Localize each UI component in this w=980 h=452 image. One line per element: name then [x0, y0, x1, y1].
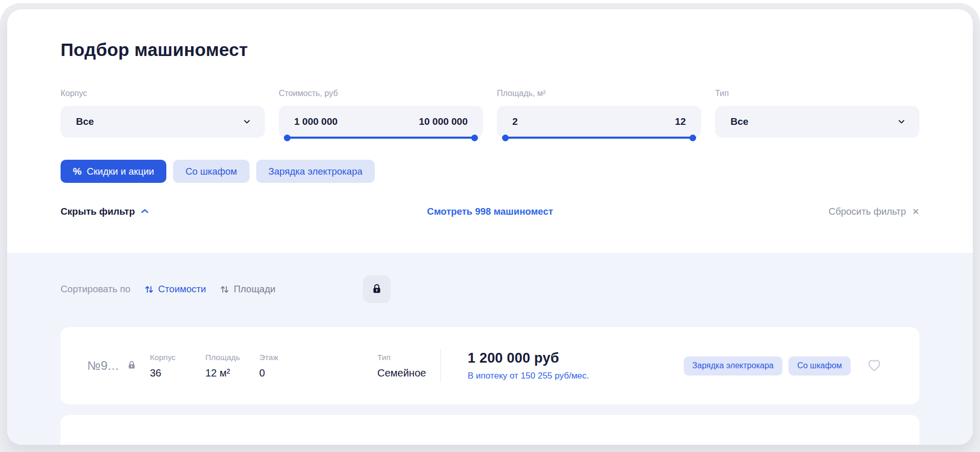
sort-arrows-icon: [220, 285, 229, 294]
spec-type-value: Семейное: [377, 367, 440, 379]
sort-by-price[interactable]: Стоимости: [144, 284, 206, 295]
show-results-link[interactable]: Смотреть 998 машиномест: [427, 206, 553, 217]
reset-filter-label: Сбросить фильтр: [829, 206, 906, 217]
area-min-value[interactable]: 2: [512, 116, 518, 127]
spec-type-label: Тип: [377, 353, 440, 362]
spec-type: Тип Семейное: [377, 353, 440, 379]
area-max-value[interactable]: 12: [675, 116, 686, 127]
area-slider-handle-min[interactable]: [502, 135, 509, 141]
listing-tags: Зарядка электрокара Со шкафом: [684, 356, 851, 375]
lock-icon: [127, 360, 137, 372]
korpus-select-value: Все: [76, 116, 94, 127]
listing-card[interactable]: №9... Корпус 36: [61, 327, 919, 404]
chip-with-cabinet[interactable]: Со шкафом: [173, 160, 249, 183]
type-select[interactable]: Все: [715, 106, 919, 138]
favorite-button[interactable]: [867, 357, 882, 374]
tag-ev-charging: Зарядка электрокара: [684, 356, 782, 375]
results-section: Сортировать по Стоимости Площади: [7, 253, 973, 445]
filter-area: Площадь, м² 2 12: [497, 88, 701, 138]
spec-korpus: Корпус 36: [150, 353, 205, 379]
chevron-down-icon: [897, 117, 906, 126]
spec-floor-value: 0: [259, 367, 317, 379]
filter-korpus: Корпус Все: [61, 88, 265, 138]
chevron-up-icon: [141, 207, 149, 216]
filter-actions-row: Скрыть фильтр Смотреть 998 машиномест Сб…: [61, 204, 919, 219]
spec-floor-label: Этаж: [259, 353, 317, 362]
filters-row: Корпус Все Стоимость, руб 1 000 000 10 0…: [61, 88, 919, 138]
filter-type: Тип Все: [715, 88, 919, 138]
percent-icon: %: [73, 166, 82, 177]
sort-by-area[interactable]: Площади: [220, 284, 275, 295]
spec-area-label: Площадь: [205, 353, 259, 362]
price-max-value[interactable]: 10 000 000: [419, 116, 468, 127]
spec-floor: Этаж 0: [259, 353, 317, 379]
listing-number-block: №9...: [87, 359, 150, 373]
price-label: Стоимость, руб: [279, 88, 483, 98]
tag-with-cabinet: Со шкафом: [789, 356, 851, 375]
sort-arrows-icon: [144, 285, 154, 294]
chevron-down-icon: [242, 117, 252, 126]
main-panel: Подбор машиномест Корпус Все Стоимость, …: [7, 9, 973, 445]
listing-price: 1 200 000 руб: [468, 350, 589, 366]
sort-row: Сортировать по Стоимости Площади: [61, 275, 919, 303]
sort-by-price-label: Стоимости: [158, 284, 206, 295]
page-background: Подбор машиномест Корпус Все Стоимость, …: [0, 3, 980, 452]
spec-area-value: 12 м²: [205, 367, 259, 379]
chip-with-cabinet-label: Со шкафом: [185, 166, 237, 177]
area-label: Площадь, м²: [497, 88, 701, 98]
price-slider-track: [284, 137, 478, 139]
reset-filter-button[interactable]: Сбросить фильтр ✕: [829, 206, 919, 217]
spec-korpus-label: Корпус: [150, 353, 205, 362]
hide-filter-button[interactable]: Скрыть фильтр: [61, 206, 149, 217]
chip-discounts[interactable]: % Скидки и акции: [61, 160, 166, 183]
area-range-field: 2 12: [497, 106, 701, 138]
korpus-select[interactable]: Все: [61, 106, 265, 138]
lock-icon: [371, 283, 382, 296]
filter-price: Стоимость, руб 1 000 000 10 000 000: [279, 88, 483, 138]
filter-section: Подбор машиномест Корпус Все Стоимость, …: [7, 9, 973, 253]
hide-filter-label: Скрыть фильтр: [61, 206, 135, 217]
lock-view-button[interactable]: [363, 275, 391, 303]
price-range-field: 1 000 000 10 000 000: [279, 106, 483, 138]
chip-ev-charging[interactable]: Зарядка электрокара: [256, 160, 375, 183]
price-slider-handle-max[interactable]: [471, 135, 478, 141]
sort-by-area-label: Площади: [234, 284, 275, 295]
korpus-label: Корпус: [61, 88, 265, 98]
area-slider[interactable]: [502, 137, 696, 139]
spec-area: Площадь 12 м²: [205, 353, 259, 379]
close-icon: ✕: [912, 208, 919, 216]
area-slider-handle-max[interactable]: [689, 135, 696, 141]
price-slider[interactable]: [284, 137, 478, 139]
type-select-value: Все: [731, 116, 748, 127]
listing-specs: Корпус 36 Площадь 12 м² Этаж 0 Тип Семей…: [150, 353, 440, 379]
page-title: Подбор машиномест: [61, 39, 919, 61]
chip-discounts-label: Скидки и акции: [87, 166, 154, 177]
listing-number: №9...: [87, 359, 119, 373]
area-slider-track: [502, 137, 696, 139]
vertical-divider: [440, 349, 441, 382]
price-block: 1 200 000 руб В ипотеку от 150 255 руб/м…: [468, 350, 589, 381]
heart-icon: [867, 357, 882, 374]
sort-label: Сортировать по: [61, 284, 130, 295]
listing-card-partial[interactable]: [61, 415, 919, 445]
mortgage-link[interactable]: В ипотеку от 150 255 руб/мес.: [468, 371, 589, 381]
chip-ev-charging-label: Зарядка электрокара: [268, 166, 362, 177]
price-slider-handle-min[interactable]: [284, 135, 291, 141]
quick-filters-row: % Скидки и акции Со шкафом Зарядка элект…: [61, 160, 919, 183]
spec-korpus-value: 36: [150, 367, 205, 379]
price-min-value[interactable]: 1 000 000: [294, 116, 338, 127]
type-label: Тип: [715, 88, 919, 98]
